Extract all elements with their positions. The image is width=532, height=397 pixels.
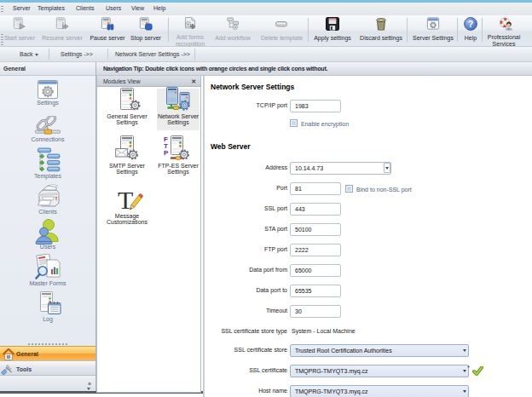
- svg-text:P: P: [164, 149, 169, 157]
- svg-text:T: T: [118, 187, 133, 214]
- svg-text:?: ?: [468, 19, 474, 29]
